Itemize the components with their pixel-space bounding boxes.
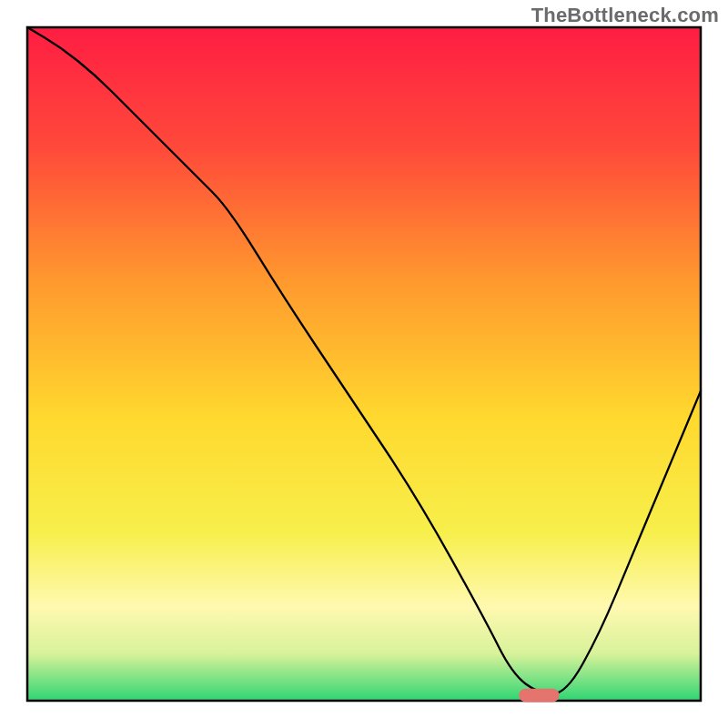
chart-background: [27, 27, 701, 701]
watermark-label: TheBottleneck.com: [531, 4, 719, 27]
chart-container: TheBottleneck.com: [0, 0, 728, 728]
optimal-zone: [519, 689, 559, 703]
bottleneck-chart: [0, 0, 728, 728]
